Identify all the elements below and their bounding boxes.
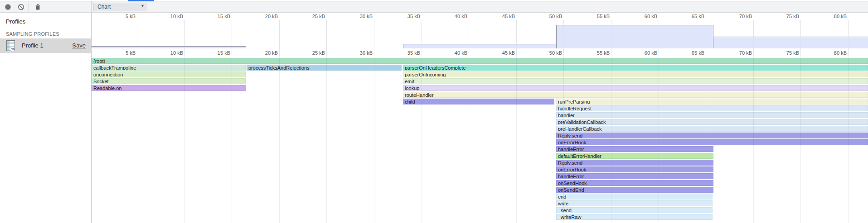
flame-bar-handleRequest[interactable]: handleRequest bbox=[556, 105, 868, 111]
flame-bar-onconnection[interactable]: onconnection bbox=[92, 71, 246, 77]
flame-bar-Reply.send[interactable]: Reply.send bbox=[556, 133, 868, 138]
gridline bbox=[753, 57, 754, 223]
ruler-tick-label: 15 kB bbox=[196, 50, 230, 56]
flame-bar-label: Socket bbox=[93, 79, 109, 84]
ruler-tick-label: 75 kB bbox=[765, 14, 799, 19]
ruler-tick-label: 5 kB bbox=[101, 14, 136, 19]
ruler-tick-label: 70 kB bbox=[718, 14, 752, 19]
flame-bar-_writeRaw[interactable]: _writeRaw bbox=[556, 214, 713, 220]
overview-step bbox=[556, 25, 713, 48]
flame-bar-runPreParsing[interactable]: runPreParsing bbox=[556, 99, 868, 104]
ruler-tick-label: 20 kB bbox=[243, 50, 278, 56]
gridline bbox=[374, 57, 374, 223]
gridline bbox=[422, 20, 422, 57]
flame-bar-label: _writeRaw bbox=[558, 214, 581, 220]
flame-bar-label: callbackTrampoline bbox=[93, 65, 136, 71]
flame-bar-defaultErrorHandler[interactable]: defaultErrorHandler bbox=[556, 153, 713, 159]
ruler-tick-label: 35 kB bbox=[386, 50, 420, 56]
flame-bar-handler[interactable]: handler bbox=[556, 112, 868, 118]
flame-bar-handleError[interactable]: handleError bbox=[556, 146, 713, 152]
gridline bbox=[563, 57, 564, 223]
gridline bbox=[469, 20, 469, 57]
ruler-tick-label: 45 kB bbox=[480, 50, 515, 56]
flame-bar-label: handleError bbox=[558, 147, 584, 152]
flame-bar-label: routeHandler bbox=[405, 92, 434, 98]
ruler-tick-label: 25 kB bbox=[291, 14, 325, 19]
gridline bbox=[706, 57, 706, 223]
gridline bbox=[184, 57, 185, 223]
flame-bar-parserOnHeadersComplete[interactable]: parserOnHeadersComplete bbox=[403, 65, 868, 71]
flame-bar-root[interactable]: (root) bbox=[92, 58, 868, 64]
flame-bar-label: (root) bbox=[93, 58, 105, 64]
flame-bar-preHandlerCallback[interactable]: preHandlerCallback bbox=[556, 126, 868, 132]
flame-bar-end[interactable]: end bbox=[556, 194, 713, 199]
gridline bbox=[137, 20, 137, 57]
record-button[interactable] bbox=[5, 4, 11, 10]
flame-bar-label: onSendHook bbox=[558, 180, 587, 186]
flame-bar-onErrorHook[interactable]: onErrorHook bbox=[556, 139, 868, 145]
ruler-tick-label: 15 kB bbox=[196, 14, 230, 19]
ruler-tick-label: 40 kB bbox=[433, 50, 467, 56]
flame-bar-child[interactable]: child bbox=[403, 99, 554, 104]
gridline bbox=[422, 57, 422, 223]
flame-bar-onSendHook[interactable]: onSendHook bbox=[556, 180, 713, 186]
gridline bbox=[326, 57, 327, 223]
ruler-tick-label: 60 kB bbox=[623, 14, 657, 19]
flame-bar-label: onErrorHook bbox=[558, 167, 586, 172]
overview-step bbox=[92, 46, 246, 48]
clear-all-button[interactable] bbox=[18, 4, 24, 10]
flame-bar-label: onErrorHook bbox=[558, 140, 586, 145]
gridline bbox=[137, 57, 137, 223]
flame-bar-lookup[interactable]: lookup bbox=[403, 85, 868, 91]
ruler-tick-label: 10 kB bbox=[149, 50, 183, 56]
flame-bar-routeHandler[interactable]: routeHandler bbox=[403, 92, 868, 98]
ruler-tick-label: 80 kB bbox=[812, 50, 847, 56]
flame-bar-parserOnIncoming[interactable]: parserOnIncoming bbox=[403, 71, 868, 77]
sidebar-item-profile-1[interactable]: % Profile 1 Save bbox=[0, 38, 91, 53]
ruler-tick-label: 55 kB bbox=[575, 14, 610, 19]
flame-bar-write_[interactable]: write_ bbox=[556, 200, 713, 206]
ruler-tick-label: 5 kB bbox=[101, 50, 136, 56]
toolbar-separator bbox=[29, 3, 29, 11]
flame-bar-onSendEnd[interactable]: onSendEnd bbox=[556, 187, 713, 193]
flame-bar-label: _send bbox=[558, 208, 572, 213]
view-mode-value: Chart bbox=[97, 3, 111, 11]
ruler-tick-label: 65 kB bbox=[670, 50, 704, 56]
flame-bar-Readable.on[interactable]: Readable.on bbox=[92, 85, 246, 91]
ruler-tick-label: 70 kB bbox=[718, 50, 752, 56]
flame-bar-label: preHandlerCallback bbox=[558, 126, 602, 132]
flame-bar-_send[interactable]: _send bbox=[556, 207, 713, 213]
save-profile-link[interactable]: Save bbox=[72, 38, 86, 53]
ruler-tick-label: 50 kB bbox=[528, 14, 562, 19]
ruler-tick-label: 80 kB bbox=[812, 14, 847, 19]
gridline bbox=[848, 57, 849, 223]
sidebar-title: Profiles bbox=[6, 18, 25, 25]
trash-icon bbox=[34, 4, 41, 10]
flame-bar-preValidationCallback[interactable]: preValidationCallback bbox=[556, 119, 868, 125]
flame-bar-label: Reply.send bbox=[558, 133, 582, 138]
flame-bar-Reply.send[interactable]: Reply.send bbox=[556, 160, 713, 166]
gridline bbox=[279, 57, 280, 223]
flame-bar-Socket[interactable]: Socket bbox=[92, 78, 246, 84]
gridline bbox=[516, 57, 517, 223]
ruler-tick-label: 30 kB bbox=[338, 14, 373, 19]
profile-name: Profile 1 bbox=[22, 38, 44, 53]
ruler-tick-label: 50 kB bbox=[528, 50, 562, 56]
view-mode-select[interactable]: Chart ▼ bbox=[93, 3, 147, 11]
gridline bbox=[279, 20, 280, 57]
ruler-tick-label: 40 kB bbox=[433, 14, 467, 19]
gridline bbox=[611, 57, 611, 223]
ruler-tick-label: 75 kB bbox=[765, 50, 799, 56]
flame-chart-area: 5 kB10 kB15 kB20 kB25 kB30 kB35 kB40 kB4… bbox=[92, 13, 868, 223]
delete-profile-button[interactable] bbox=[34, 4, 41, 10]
ruler-tick-label: 45 kB bbox=[480, 14, 515, 19]
flame-bar-onErrorHook[interactable]: onErrorHook bbox=[556, 166, 713, 172]
flame-bar-label: parserOnIncoming bbox=[405, 72, 446, 77]
flame-bar-label: end bbox=[558, 194, 566, 199]
chevron-down-icon: ▼ bbox=[141, 4, 145, 8]
flame-bar-callbackTrampoline[interactable]: callbackTrampoline bbox=[92, 65, 246, 71]
flame-bar-processTicksAndRejections[interactable]: processTicksAndRejections bbox=[247, 65, 402, 71]
flame-bar-emit[interactable]: emit bbox=[403, 78, 868, 84]
flame-bar-handleError[interactable]: handleError bbox=[556, 173, 713, 179]
profiles-sidebar: Profiles SAMPLING PROFILES % Profile 1 S… bbox=[0, 13, 92, 223]
